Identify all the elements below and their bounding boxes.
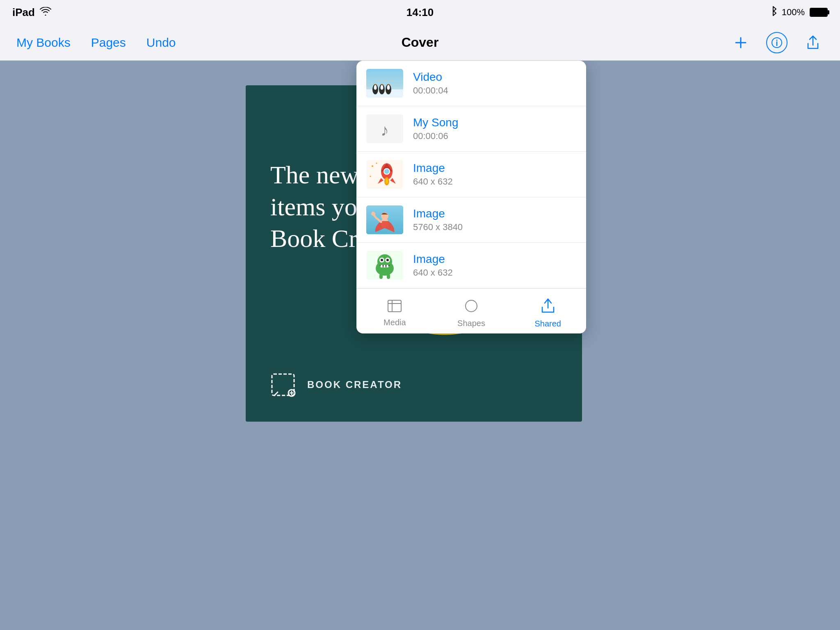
svg-point-15 [381,85,383,88]
svg-point-54 [466,300,477,312]
svg-rect-6 [366,89,403,98]
image1-item[interactable]: Image 640 x 632 [356,152,586,197]
image1-info: Image 640 x 632 [413,162,576,187]
song-thumbnail: ♪ [366,114,403,143]
shared-tab[interactable]: Shared [509,289,586,333]
svg-rect-46 [381,265,383,267]
svg-rect-51 [388,300,401,312]
svg-rect-3 [272,374,294,395]
svg-point-34 [370,176,371,177]
status-right: 100% [769,6,828,19]
song-meta: 00:00:06 [413,131,576,142]
shapes-icon [464,299,479,316]
tab-bar: Media Shapes [356,288,586,333]
pages-button[interactable]: Pages [91,36,126,50]
status-bar: iPad 14:10 100% [0,0,840,25]
svg-rect-48 [386,265,388,267]
image3-meta: 640 x 632 [413,267,576,278]
media-icon [387,299,402,315]
shared-icon [541,298,555,317]
battery-percent: 100% [782,7,805,18]
undo-button[interactable]: Undo [146,36,176,50]
time-display: 14:10 [406,6,434,19]
svg-point-44 [381,259,383,261]
bluetooth-icon [769,6,777,19]
image1-meta: 640 x 632 [413,176,576,187]
image2-info: Image 5760 x 3840 [413,207,576,233]
svg-point-27 [384,169,390,174]
image2-name: Image [413,207,576,220]
svg-rect-50 [387,274,390,279]
video-item[interactable]: Video 00:00:04 [356,61,586,106]
battery-icon [810,8,828,17]
video-thumbnail [366,69,403,98]
svg-rect-11 [374,84,376,85]
battery-fill [810,9,827,16]
nav-bar: My Books Pages Undo Cover [0,25,840,61]
svg-point-1 [776,39,778,41]
svg-rect-21 [388,84,389,85]
wifi-icon [40,6,51,19]
song-name: My Song [413,116,576,129]
image2-item[interactable]: Image 5760 x 3840 [356,197,586,243]
status-left: iPad [12,6,51,19]
my-books-button[interactable]: My Books [16,36,71,50]
nav-title: Cover [402,35,439,50]
media-list: Video 00:00:04 ♪ My Song [356,61,586,288]
video-name: Video [413,71,576,84]
song-info: My Song 00:00:06 [413,116,576,142]
svg-point-45 [386,259,389,261]
image1-name: Image [413,162,576,175]
main-area: The new menu shows the items you've shar… [0,61,840,630]
image3-info: Image 640 x 632 [413,253,576,278]
book-creator-logo-icon [270,372,299,397]
svg-point-32 [372,165,373,167]
add-button[interactable] [730,32,751,53]
ipad-label: iPad [12,6,35,19]
svg-point-20 [387,85,390,88]
nav-right-icons [730,32,824,53]
shared-tab-label: Shared [534,319,561,329]
song-item[interactable]: ♪ My Song 00:00:06 [356,106,586,152]
popup-panel: Video 00:00:04 ♪ My Song [356,61,586,333]
media-tab[interactable]: Media [356,289,433,333]
image2-meta: 5760 x 3840 [413,222,576,233]
image3-name: Image [413,253,576,266]
book-creator-label: BOOK CREATOR [307,379,402,390]
svg-rect-16 [381,84,383,85]
book-logo: BOOK CREATOR [270,372,402,397]
rocket-thumbnail [366,160,403,189]
superhero-thumbnail [366,205,403,234]
video-info: Video 00:00:04 [413,71,576,96]
nav-left-buttons: My Books Pages Undo [16,36,176,50]
monster-thumbnail [366,251,403,280]
media-tab-label: Media [383,318,406,327]
video-meta: 00:00:04 [413,85,576,96]
svg-point-33 [376,163,377,164]
shapes-tab[interactable]: Shapes [433,289,510,333]
info-button[interactable] [766,32,788,53]
image3-item[interactable]: Image 640 x 632 [356,243,586,288]
svg-point-10 [374,85,377,88]
svg-point-31 [386,179,388,184]
svg-point-38 [371,212,375,216]
svg-rect-47 [383,265,386,267]
svg-rect-49 [379,274,383,279]
share-button[interactable] [802,32,824,53]
shapes-tab-label: Shapes [457,319,485,328]
svg-text:♪: ♪ [381,121,389,139]
